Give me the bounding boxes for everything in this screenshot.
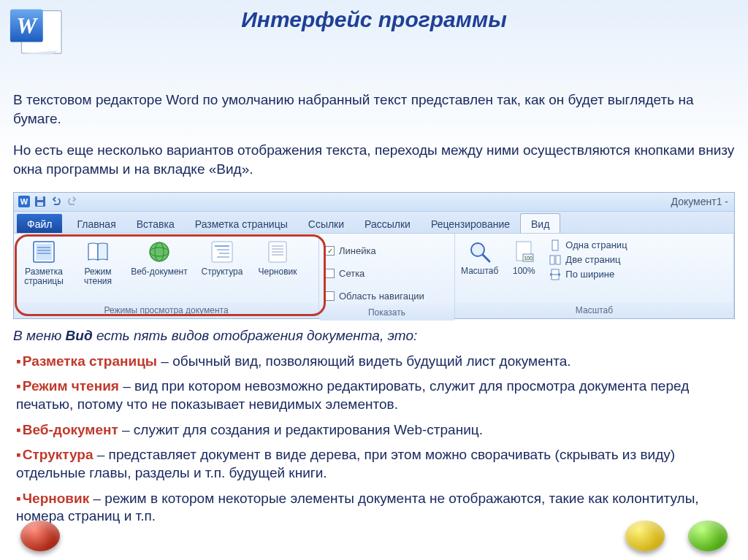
tab-review[interactable]: Рецензирование (421, 214, 520, 233)
svg-line-27 (483, 255, 489, 261)
tab-view[interactable]: Вид (520, 213, 560, 233)
web-layout-icon (147, 239, 172, 264)
tab-page-layout[interactable]: Разметка страницы (185, 214, 298, 233)
zoom-100-label: 100% (513, 266, 535, 276)
list-item: ▪Веб-документ – служит для создания и ре… (16, 421, 735, 440)
group-show-label: Показать (319, 304, 454, 321)
subheading: В меню Вид есть пять видов отображения д… (13, 328, 735, 344)
page-width-icon (549, 269, 561, 280)
two-pages-button[interactable]: Две страниц (549, 254, 627, 266)
svg-rect-32 (550, 256, 554, 264)
two-pages-icon (549, 254, 561, 266)
view-modes-list: ▪Разметка страницы – обычный вид, позвол… (13, 353, 735, 526)
checkbox-navigation[interactable]: Область навигации (325, 291, 424, 302)
word-ribbon: W Документ1 - Файл Главная Вставка Разме… (13, 192, 735, 319)
zoom-label: Масштаб (461, 266, 498, 276)
tab-mailings[interactable]: Рассылки (354, 214, 421, 233)
draft-button[interactable]: Черновик (253, 237, 302, 277)
save-icon[interactable] (34, 196, 46, 207)
web-layout-button[interactable]: Веб-документ (128, 237, 191, 277)
reading-mode-label: Режим чтения (84, 267, 112, 288)
print-layout-icon (31, 239, 56, 264)
one-page-icon (549, 239, 561, 251)
zoom-100-button[interactable]: 100 100% (511, 237, 536, 276)
list-item: ▪Режим чтения – вид при котором невозмож… (16, 377, 735, 413)
svg-rect-7 (37, 202, 43, 206)
group-zoom-label: Масштаб (455, 302, 733, 318)
print-layout-label: Разметка страницы (24, 267, 64, 288)
group-zoom: Масштаб 100 100% Одна страниц (455, 234, 734, 318)
tab-insert[interactable]: Вставка (126, 214, 185, 233)
print-layout-button[interactable]: Разметка страницы (20, 237, 68, 288)
checkbox-ruler-box: ✓ (325, 246, 335, 256)
tab-links[interactable]: Ссылки (298, 214, 354, 233)
one-page-label: Одна страниц (565, 239, 627, 250)
list-item: ▪Разметка страницы – обычный вид, позвол… (16, 353, 735, 371)
checkbox-ruler[interactable]: ✓ Линейка (325, 245, 376, 256)
intro-paragraph-1: В текстовом редакторе Word по умолчанию … (13, 91, 735, 128)
checkbox-navigation-box (325, 291, 335, 301)
subheading-bold: Вид (66, 328, 93, 343)
document-title: Документ1 - (671, 196, 728, 207)
nav-button-red[interactable] (20, 521, 60, 551)
subheading-prefix: В меню (13, 328, 66, 343)
nav-button-green[interactable] (688, 521, 728, 551)
outline-icon (210, 239, 234, 264)
page-width-label: По ширине (565, 269, 614, 280)
nav-buttons (0, 521, 748, 551)
group-view-modes-label: Режимы просмотра документа (14, 302, 318, 318)
nav-button-yellow[interactable] (625, 521, 665, 551)
page-width-button[interactable]: По ширине (549, 269, 627, 280)
list-item: ▪Структура – представляет документ в вид… (16, 446, 735, 482)
svg-point-13 (150, 242, 169, 261)
zoom-icon (468, 239, 492, 264)
svg-rect-31 (552, 240, 558, 250)
intro-paragraph-2: Но есть еще несколько вариантов отображе… (13, 141, 735, 178)
draft-label: Черновик (259, 267, 297, 277)
group-show: ✓ Линейка Сетка Область навигации Показа… (319, 234, 455, 318)
draft-icon (265, 239, 290, 264)
reading-mode-button[interactable]: Режим чтения (74, 237, 122, 288)
reading-mode-icon (85, 239, 110, 264)
web-layout-label: Веб-документ (131, 267, 187, 277)
group-view-modes: Разметка страницы Режим чтения Веб-докум… (14, 234, 319, 318)
undo-icon[interactable] (50, 196, 62, 207)
word-mini-icon: W (18, 196, 30, 207)
checkbox-grid[interactable]: Сетка (325, 268, 365, 279)
svg-rect-16 (212, 242, 232, 262)
quick-access-toolbar: W Документ1 - (14, 193, 734, 212)
zoom-button[interactable]: Масштаб (461, 237, 498, 276)
redo-icon[interactable] (66, 196, 78, 207)
page-title: Интерфейс программы (0, 0, 748, 32)
svg-text:100: 100 (524, 256, 533, 261)
page-100-icon: 100 (511, 239, 536, 264)
svg-rect-6 (37, 196, 43, 200)
outline-label: Структура (202, 267, 243, 277)
checkbox-ruler-label: Линейка (339, 245, 376, 256)
checkbox-grid-box (325, 269, 335, 278)
tab-file[interactable]: Файл (17, 214, 62, 233)
tab-home[interactable]: Главная (66, 214, 126, 233)
subheading-suffix: есть пять видов отображения документа, э… (93, 328, 418, 343)
svg-text:W: W (16, 13, 38, 39)
outline-button[interactable]: Структура (196, 237, 248, 277)
svg-rect-33 (556, 256, 560, 264)
word-app-logo: W (7, 4, 64, 57)
svg-text:W: W (20, 197, 28, 206)
ribbon-tabs: Файл Главная Вставка Разметка страницы С… (14, 212, 734, 234)
svg-rect-9 (36, 244, 52, 260)
checkbox-navigation-label: Область навигации (339, 291, 424, 302)
checkbox-grid-label: Сетка (339, 268, 365, 279)
one-page-button[interactable]: Одна страниц (549, 239, 627, 251)
two-pages-label: Две страниц (565, 254, 620, 265)
